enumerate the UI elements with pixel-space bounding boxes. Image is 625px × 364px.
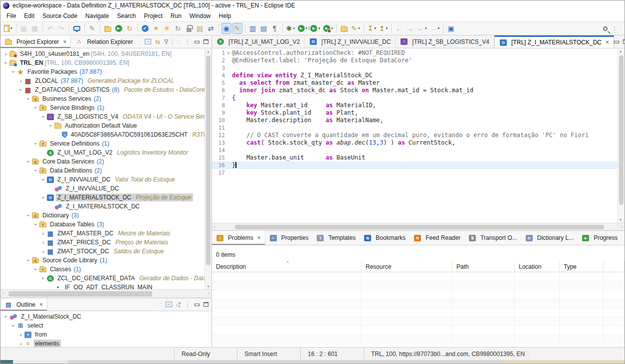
minimize-icon[interactable]: [195, 41, 200, 43]
scroll-down-icon[interactable]: ▼: [620, 218, 622, 222]
compare-button[interactable]: ⇄: [206, 23, 216, 34]
chevron-expanded-icon[interactable]: ›: [3, 314, 9, 320]
dropdown-arrow-icon[interactable]: ▾: [306, 26, 308, 30]
chevron-expanded-icon[interactable]: ›: [48, 123, 54, 129]
project-tree-item-authorization default value[interactable]: ›Authorization Default Value: [0, 121, 211, 130]
save-all-button[interactable]: ▩: [30, 23, 40, 34]
project-explorer-horizontal-scrollbar[interactable]: ‹ ›: [0, 289, 211, 298]
quick-access-search-icon[interactable]: [603, 26, 608, 31]
editor-vertical-scrollbar[interactable]: ▲ ▼: [618, 48, 625, 223]
project-tree-item-favorite packages[interactable]: ›★Favorite Packages(37.887): [0, 67, 211, 76]
code-line-5[interactable]: 5 as select from zmat_master_dc as Maste…: [212, 79, 618, 87]
run-button[interactable]: ▶▾: [297, 23, 309, 34]
dropdown-arrow-icon[interactable]: ▾: [374, 26, 376, 30]
scroll-right-icon[interactable]: ›: [621, 224, 623, 229]
column-header-location[interactable]: Location: [515, 261, 560, 272]
run-history-button[interactable]: ▶▾: [309, 23, 321, 34]
project-tree-item-z_i_invvalue_dc[interactable]: ›DZ_I_INVVALUE_DCValor Total do Estoque: [0, 175, 211, 184]
close-icon[interactable]: ×: [39, 301, 43, 308]
activate-multiple-button[interactable]: ✳: [162, 23, 172, 34]
project-tree-item-core data services[interactable]: ›GCore Data Services(2): [0, 157, 211, 166]
view-menu-icon[interactable]: ⋮: [185, 301, 191, 308]
new-wizard-button[interactable]: ▾: [3, 23, 13, 34]
chevron-expanded-icon[interactable]: ›: [40, 194, 46, 201]
link-with-editor-icon[interactable]: ⇆: [155, 38, 160, 45]
project-tree-item-business services[interactable]: ›GBusiness Services(2): [0, 94, 211, 103]
code-line-7[interactable]: 7{: [212, 94, 618, 102]
open-sap-gui-button[interactable]: [72, 23, 82, 34]
export-button[interactable]: ↥▾: [378, 23, 389, 34]
attach-inspector-button[interactable]: ✎: [87, 23, 97, 34]
view-tab-console[interactable]: CConsole: [622, 231, 625, 245]
scroll-left-icon[interactable]: ‹: [214, 224, 215, 229]
close-icon[interactable]: ×: [606, 39, 609, 46]
project-tree-item-dictionary[interactable]: ›GDictionary(3): [0, 211, 211, 220]
refresh-development-object-button[interactable]: ↻: [125, 23, 135, 34]
toggle-highlight-button[interactable]: ✎: [232, 23, 242, 34]
chevron-collapsed-icon[interactable]: ›: [17, 341, 24, 347]
project-tree-item-service bindings[interactable]: ›TService Bindings(1): [0, 103, 211, 112]
menu-window[interactable]: Window: [186, 11, 215, 20]
search-dialog-button[interactable]: ✎▾: [350, 23, 361, 34]
code-line-12[interactable]: 12 // O CAST converte a quantidade em um…: [212, 132, 618, 139]
scrollbar-thumb[interactable]: [235, 225, 604, 229]
chevron-collapsed-icon[interactable]: ›: [40, 248, 46, 254]
scrollbar-thumb[interactable]: [8, 291, 152, 297]
open-development-object-button[interactable]: [103, 23, 113, 34]
chevron-expanded-icon[interactable]: ›: [33, 141, 39, 147]
where-used-button[interactable]: ↻: [173, 23, 183, 34]
editor-tab--trl-z-i-materialstock-dc[interactable]: D[TRL] Z_I_MATERIALSTOCK_DC×: [494, 35, 614, 48]
collapse-all-icon[interactable]: −: [166, 302, 172, 307]
code-line-14[interactable]: 14: [212, 147, 618, 154]
view-tab-feed-reader[interactable]: RFeed Reader: [410, 231, 464, 245]
project-tree-item-z_datacore_logistics[interactable]: ›▦Z_DATACORE_LOGISTICS(8)Pacote de Estud…: [0, 85, 211, 94]
tab-outline[interactable]: ▤Outline×: [0, 298, 47, 311]
import-button[interactable]: ↧▾: [367, 23, 377, 34]
profile-button[interactable]: ▶▾: [322, 23, 334, 34]
dropdown-arrow-icon[interactable]: ▾: [10, 26, 12, 30]
code-line-16[interactable]: 16}: [212, 162, 618, 169]
editor-tab--trl-z-i-invvalue-dc[interactable]: D[TRL] Z_I_INVVALUE_DC: [305, 35, 396, 48]
project-tree-item-zmat_master_dc[interactable]: ›▦ZMAT_MASTER_DCMestre de Materiais: [0, 229, 211, 238]
column-header-description[interactable]: Description^: [212, 261, 362, 272]
close-icon[interactable]: ×: [257, 234, 261, 241]
editor-tab--trl-z-ui-mat-log-v2[interactable]: S[TRL] Z_UI_MAT_LOG_V2: [212, 35, 305, 48]
view-tab-transport-o-[interactable]: ⇅Transport O...: [464, 231, 521, 245]
dropdown-arrow-icon[interactable]: ▾: [358, 26, 360, 30]
project-tree-item-z_sb_logistics_v4[interactable]: ›∴Z_SB_LOGISTICS_V4ODATA V4 - UI - O Ser…: [0, 112, 211, 121]
run-development-object-button[interactable]: ▶: [114, 23, 124, 34]
project-tree-item-s4h_100_s4user0181_en[interactable]: ›S4H_100_s4user0181_en[S4H, 100, S4USER0…: [0, 49, 211, 58]
menu-navigate[interactable]: Navigate: [81, 11, 113, 20]
collapse-all-icon[interactable]: −: [145, 39, 151, 44]
chevron-expanded-icon[interactable]: ›: [40, 177, 46, 183]
project-tree-item-z_i_invvalue_dc[interactable]: Z_I_INVVALUE_DC: [0, 184, 211, 193]
chevron-expanded-icon[interactable]: ›: [40, 275, 46, 282]
menu-project[interactable]: Project: [140, 11, 166, 20]
project-tree-item-trl_en[interactable]: ›TRL_EN[TRL, 100, CB9980001395, EN]: [0, 58, 211, 67]
activate-button[interactable]: ✶: [151, 23, 161, 34]
check-syntax-button[interactable]: ✔: [140, 23, 150, 34]
redo-button[interactable]: ↷: [56, 23, 66, 34]
code-editor[interactable]: 1⊖@AccessControl.authorizationCheck: #NO…: [212, 48, 625, 223]
code-line-3[interactable]: 3: [212, 64, 618, 72]
chevron-expanded-icon[interactable]: ›: [25, 96, 31, 102]
focus-icon[interactable]: ∵: [158, 301, 162, 308]
code-line-8[interactable]: 8 key Master.mat_id as MaterialID,: [212, 102, 618, 109]
chevron-expanded-icon[interactable]: ›: [25, 212, 31, 219]
tab-relation-explorer[interactable]: ∴Relation Explorer: [71, 35, 137, 48]
outline-tree-item-from[interactable]: ›ffrom: [0, 330, 211, 339]
column-header-resource[interactable]: Resource: [362, 261, 452, 272]
dropdown-arrow-icon[interactable]: ▾: [438, 26, 440, 30]
maximize-icon[interactable]: [204, 302, 208, 307]
transport-button[interactable]: ▤: [195, 23, 205, 34]
project-tree-item-40ad5c8f3865aa7dc591061d63e25cht[interactable]: ≡40AD5C8F3865AA7DC591061D63E25CHTR3TR G: [0, 130, 211, 139]
scroll-right-icon[interactable]: ›: [208, 291, 209, 296]
debug-button[interactable]: ✱▾: [285, 23, 296, 34]
menu-search[interactable]: Search: [113, 11, 140, 20]
dropdown-arrow-icon[interactable]: ▾: [318, 26, 320, 30]
view-menu-icon[interactable]: ⋮: [185, 38, 191, 45]
chevron-expanded-icon[interactable]: ›: [25, 159, 31, 165]
tab-project-explorer[interactable]: Project Explorer×: [0, 35, 71, 48]
forward-history-button[interactable]: →▾: [429, 23, 441, 34]
scroll-left-icon[interactable]: ‹: [2, 291, 4, 296]
